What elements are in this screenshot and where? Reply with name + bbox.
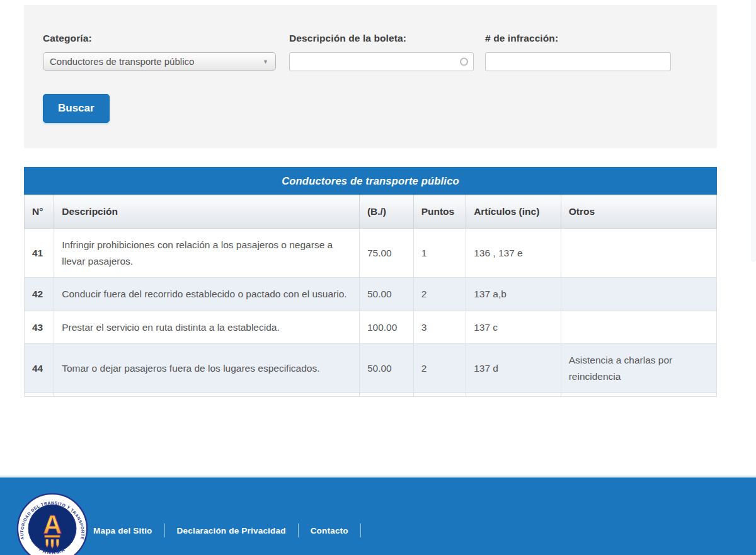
cell-monto: 50.00 [359, 278, 413, 311]
search-form-panel: Categoría: Conductores de transporte púb… [24, 5, 717, 148]
cell-otros [561, 311, 716, 344]
cell-num: 44 [25, 344, 54, 393]
cell-descripcion: Conducir fuera del recorrido establecido… [54, 278, 360, 311]
cell-puntos: 2 [413, 278, 466, 311]
infraction-field-group: # de infracción: [485, 33, 671, 71]
footer-links: Mapa del SitioDeclaración de PrivacidadC… [93, 524, 373, 537]
page: { "form": { "category_label": "Categoría… [0, 0, 756, 555]
infraction-input[interactable] [485, 52, 671, 71]
svg-text:A: A [43, 510, 62, 539]
infraction-label: # de infracción: [485, 33, 671, 44]
results-section: Conductores de transporte público N°Desc… [24, 167, 717, 397]
table-row: 41Infringir prohibiciones con relación a… [25, 229, 717, 278]
cell-puntos: 1 [413, 229, 466, 278]
column-header: Artículos (inc) [466, 195, 561, 229]
table-spacer-row [25, 393, 717, 397]
table-row: 42Conducir fuera del recorrido estableci… [25, 278, 717, 311]
cell-otros [561, 229, 716, 278]
category-select[interactable]: Conductores de transporte público [43, 52, 276, 71]
column-header: Descripción [54, 195, 360, 229]
cell-num: 43 [25, 311, 54, 344]
footer-link-declaracion-de-privacidad[interactable]: Declaración de Privacidad [177, 526, 286, 535]
cell-articulos: 137 c [466, 311, 561, 344]
cell-monto: 50.00 [359, 344, 413, 393]
table-title-bar: Conductores de transporte público [24, 167, 717, 195]
description-field-group: Descripción de la boleta: [289, 33, 474, 71]
footer: A AUTORIDAD DEL TRANSITO Y TRANSPORTE TE… [0, 476, 756, 555]
cell-num: 41 [25, 229, 54, 278]
cell-puntos: 2 [413, 344, 466, 393]
cell-articulos: 136 , 137 e [466, 229, 561, 278]
footer-link-mapa-del-sitio[interactable]: Mapa del Sitio [93, 526, 152, 535]
buscar-button[interactable]: Buscar [43, 94, 110, 123]
cell-monto: 75.00 [359, 229, 413, 278]
footer-link-separator [164, 524, 165, 537]
cell-descripcion: Prestar el servicio en ruta distinta a l… [54, 311, 360, 344]
cell-otros [561, 278, 716, 311]
category-field-group: Categoría: Conductores de transporte púb… [43, 33, 276, 71]
column-header: Otros [561, 195, 716, 229]
table-row: 43Prestar el servicio en ruta distinta a… [25, 311, 717, 344]
cell-articulos: 137 d [466, 344, 561, 393]
column-header: N° [25, 195, 54, 229]
category-label: Categoría: [43, 33, 276, 44]
cell-puntos: 3 [413, 311, 466, 344]
search-circle-icon [460, 58, 468, 66]
table-header-row: N°Descripción(B./)PuntosArtículos (inc)O… [25, 195, 717, 229]
cell-num: 42 [25, 278, 54, 311]
table-row: 44Tomar o dejar pasajeros fuera de los l… [25, 344, 717, 393]
cell-descripcion: Tomar o dejar pasajeros fuera de los lug… [54, 344, 360, 393]
column-header: Puntos [413, 195, 466, 229]
footer-link-contacto[interactable]: Contacto [311, 526, 348, 535]
footer-link-separator [298, 524, 299, 537]
description-input[interactable] [289, 52, 474, 71]
attt-logo-icon: A AUTORIDAD DEL TRANSITO Y TRANSPORTE TE… [16, 493, 88, 555]
cell-monto: 100.00 [359, 311, 413, 344]
cell-descripcion: Infringir prohibiciones con relación a l… [54, 229, 360, 278]
cell-otros: Asistencia a charlas por reincidencia [561, 344, 716, 393]
infractions-table: N°Descripción(B./)PuntosArtículos (inc)O… [24, 195, 717, 397]
column-header: (B./) [359, 195, 413, 229]
description-label: Descripción de la boleta: [289, 33, 474, 44]
footer-link-separator [360, 524, 361, 537]
cell-articulos: 137 a,b [466, 278, 561, 311]
scrollbar-thumb[interactable] [751, 0, 756, 262]
